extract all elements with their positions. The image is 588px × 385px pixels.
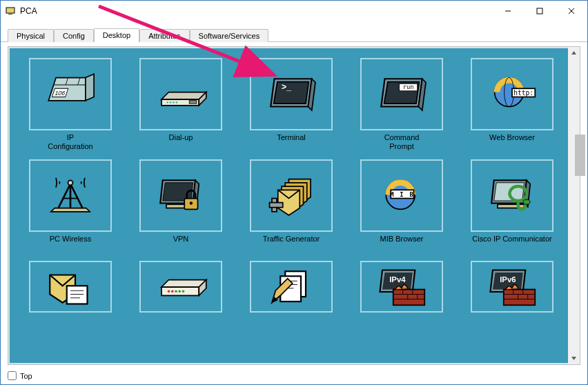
ip-config-icon: 106: [40, 70, 101, 119]
svg-rect-53: [270, 202, 283, 207]
app-vpn[interactable]: [139, 159, 222, 232]
command-prompt-icon: run: [371, 70, 432, 119]
app-label: IP Configuration: [48, 133, 92, 151]
desktop-area: 106 IP Configuration: [8, 47, 580, 364]
tab-attributes[interactable]: Attributes: [139, 29, 189, 42]
window-title: PCA: [20, 6, 492, 16]
app-traffic-generator[interactable]: [250, 159, 333, 232]
tab-bar: Physical Config Desktop Attributes Softw…: [1, 27, 587, 42]
svg-rect-63: [67, 286, 88, 304]
wireless-antenna-icon: [40, 172, 101, 220]
app-label: Cisco IP Communicator: [472, 235, 551, 253]
svg-line-38: [70, 184, 83, 208]
top-checkbox-label: Top: [20, 372, 32, 380]
app-label: PC Wireless: [50, 235, 92, 253]
svg-point-72: [175, 290, 177, 293]
app-ip-configuration[interactable]: 106: [29, 58, 112, 130]
app-email[interactable]: [29, 261, 112, 313]
svg-point-70: [168, 290, 170, 293]
svg-point-20: [173, 101, 174, 103]
titlebar: PCA: [1, 1, 587, 21]
minimize-button[interactable]: [492, 1, 524, 21]
app-pc-wireless[interactable]: [29, 159, 112, 232]
pc-device-icon: [5, 6, 16, 17]
app-text-editor[interactable]: [250, 261, 333, 313]
tab-config[interactable]: Config: [54, 29, 94, 42]
ip-communicator-icon: [482, 172, 542, 220]
svg-point-18: [167, 101, 168, 103]
app-command-prompt[interactable]: run: [360, 58, 443, 130]
svg-rect-22: [189, 100, 197, 103]
svg-rect-1: [8, 14, 12, 14]
traffic-generator-icon: [261, 172, 322, 220]
footer-bar: Top: [8, 371, 32, 380]
app-label: Web Browser: [489, 133, 535, 151]
svg-text:>_: >_: [282, 82, 291, 92]
svg-point-40: [68, 180, 73, 185]
svg-text:http:: http:: [513, 88, 533, 96]
svg-marker-14: [86, 74, 94, 101]
top-checkbox[interactable]: [8, 371, 17, 380]
app-dial-up[interactable]: [139, 58, 222, 130]
app-label: MIB Browser: [380, 235, 424, 253]
svg-rect-95: [504, 289, 536, 305]
svg-text:IPv6: IPv6: [500, 275, 516, 284]
svg-line-37: [59, 184, 71, 208]
app-mib-browser[interactable]: M I B: [360, 159, 443, 232]
modem-icon: [150, 70, 211, 119]
app-firewall-ipv4[interactable]: IPv4: [360, 261, 443, 313]
mib-browser-icon: M I B: [371, 172, 432, 220]
tab-physical[interactable]: Physical: [8, 29, 54, 42]
content-pane: 106 IP Configuration: [8, 46, 580, 365]
modem-device-icon: [150, 263, 211, 311]
text-editor-icon: [261, 263, 322, 311]
svg-marker-102: [571, 51, 576, 55]
app-pppoe-dialer[interactable]: [139, 261, 222, 313]
svg-marker-24: [274, 81, 309, 103]
scroll-down-button[interactable]: [568, 353, 580, 364]
vpn-icon: [150, 172, 211, 220]
svg-point-47: [190, 201, 193, 204]
svg-text:IPv4: IPv4: [389, 275, 406, 284]
app-terminal[interactable]: >_: [250, 58, 333, 130]
tab-software-services[interactable]: Software/Services: [190, 29, 269, 42]
svg-text:M I B: M I B: [390, 190, 414, 197]
svg-point-21: [176, 101, 177, 103]
svg-point-74: [182, 290, 185, 293]
close-button[interactable]: [556, 1, 587, 21]
tab-desktop[interactable]: Desktop: [94, 28, 139, 42]
svg-rect-3: [537, 8, 542, 14]
email-icon: [40, 263, 101, 311]
svg-point-61: [523, 199, 531, 204]
app-label: Traffic Generator: [263, 235, 320, 253]
app-web-browser[interactable]: http:: [471, 58, 553, 130]
svg-point-71: [171, 290, 174, 293]
app-cisco-ip-communicator[interactable]: [471, 159, 553, 232]
svg-marker-103: [571, 357, 576, 360]
svg-point-73: [179, 290, 182, 293]
scroll-thumb[interactable]: [575, 135, 585, 176]
vertical-scrollbar[interactable]: [568, 47, 580, 364]
svg-point-19: [170, 101, 171, 103]
terminal-icon: >_: [261, 70, 322, 119]
firewall-ipv6-icon: IPv6: [482, 263, 542, 311]
app-label: Dial-up: [169, 133, 193, 151]
svg-rect-0: [6, 8, 14, 13]
svg-marker-41: [51, 208, 90, 211]
app-label: VPN: [173, 235, 189, 253]
app-label: Command Prompt: [384, 133, 420, 151]
svg-rect-85: [393, 289, 425, 305]
maximize-button[interactable]: [524, 1, 556, 21]
svg-text:run: run: [403, 83, 414, 90]
app-label: Terminal: [277, 133, 306, 151]
scroll-up-button[interactable]: [568, 47, 580, 59]
app-firewall-ipv6[interactable]: IPv6: [471, 261, 553, 313]
web-browser-icon: http:: [482, 70, 542, 119]
firewall-ipv4-icon: IPv4: [371, 263, 432, 311]
